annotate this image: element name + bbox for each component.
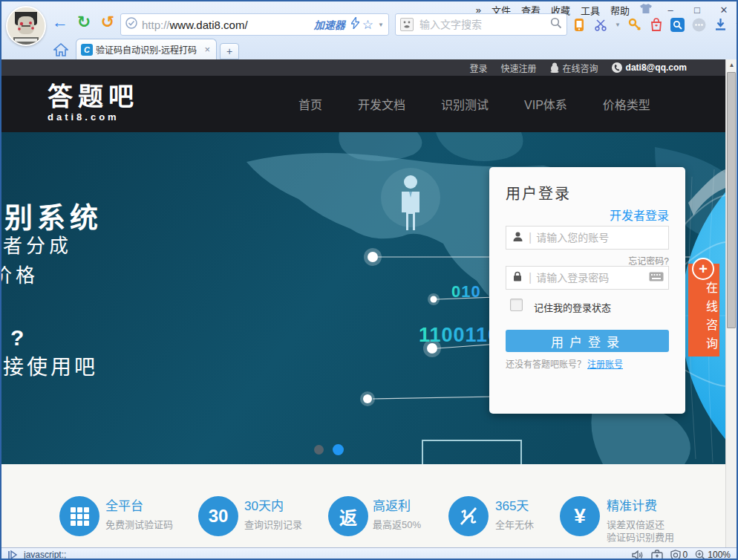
- screenshot-scissors-icon[interactable]: [593, 16, 608, 33]
- online-consult-label: 在线咨询: [688, 281, 719, 356]
- download-manager-icon[interactable]: [713, 16, 728, 33]
- favorites-star-icon[interactable]: ☆: [735, 16, 738, 33]
- feature-title: 365天: [495, 495, 534, 514]
- mobile-icon[interactable]: [572, 16, 587, 33]
- remember-checkbox[interactable]: [510, 299, 523, 311]
- script-status-icon: [7, 550, 18, 559]
- feature-30days: 30天内 查询识别记录: [244, 495, 302, 531]
- topbar-register-link[interactable]: 快速注册: [501, 62, 537, 74]
- url-host: www.dati8.com/: [170, 19, 248, 31]
- topbar-consult-link[interactable]: 在线咨询: [550, 62, 598, 74]
- search-box[interactable]: [395, 13, 567, 36]
- feature-allplatform: 全平台 免费测试验证码: [105, 495, 173, 531]
- site-safety-shield-icon[interactable]: [125, 17, 137, 32]
- browser-chrome: » 文件 查看 收藏 工具 帮助 – □ ✕ ← ↻ ↺ ▼ http://ww…: [1, 1, 737, 59]
- tab-active[interactable]: C 验证码自动识别-远程打码 ×: [76, 39, 217, 59]
- nav-item-home[interactable]: 首页: [298, 95, 322, 113]
- accelerator-link[interactable]: 加速器: [314, 17, 345, 32]
- toolbar-icons: ▼ ☆: [572, 13, 738, 36]
- feature-billing-icon: ¥: [560, 496, 600, 536]
- feature-rebate: 高返利 最高返50%: [373, 495, 421, 531]
- feature-subtitle: 查询识别记录: [244, 518, 302, 531]
- developer-login-link[interactable]: 开发者登录: [610, 206, 669, 224]
- site-logo[interactable]: 答题吧 dati8.com: [48, 83, 139, 123]
- feature-30days-icon: 30: [198, 496, 238, 536]
- hero-text-line-5: 接使用吧: [3, 351, 98, 380]
- refresh-button[interactable]: ↻: [74, 12, 94, 33]
- mute-button[interactable]: [632, 550, 644, 560]
- browser-window: » 文件 查看 收藏 工具 帮助 – □ ✕ ← ↻ ↺ ▼ http://ww…: [0, 0, 738, 560]
- hero-text-line-4: ?: [10, 325, 24, 351]
- nav-item-vip[interactable]: VIP体系: [524, 95, 567, 113]
- tab-close-icon[interactable]: ×: [203, 44, 212, 55]
- address-bar[interactable]: http://www.dati8.com/ 加速器 ☆ ▼: [120, 13, 389, 36]
- login-submit-button[interactable]: 用户登录: [506, 330, 669, 352]
- new-tab-button[interactable]: +: [220, 43, 239, 59]
- scrollbar-thumb[interactable]: [727, 72, 736, 328]
- grid-icon: [71, 507, 89, 526]
- yen-icon: ¥: [574, 504, 586, 528]
- feature-title: 全平台: [105, 495, 173, 514]
- feature-365days: 365天 全年无休: [495, 495, 534, 531]
- home-icon[interactable]: [50, 40, 71, 59]
- topbar-login-link[interactable]: 登录: [470, 62, 488, 74]
- shopping-bag-icon[interactable]: [649, 16, 664, 33]
- address-dropdown-icon[interactable]: ▼: [378, 22, 384, 28]
- hero-banner: 010 1100110 别系统 者分成 价格 ?: [1, 132, 725, 464]
- hero-text-line-3: 价格: [1, 260, 39, 287]
- login-panel: 用户登录 开发者登录 | 忘记密码? |: [489, 167, 685, 414]
- account-field[interactable]: |: [506, 226, 669, 250]
- avatar-image: [7, 7, 45, 45]
- zoom-level: 100%: [708, 550, 731, 560]
- password-input[interactable]: [532, 272, 649, 284]
- feature-allplatform-icon: [59, 496, 99, 536]
- repair-kit-button[interactable]: [651, 550, 663, 560]
- carousel-dot-1[interactable]: [314, 445, 324, 455]
- search-engine-icon[interactable]: [400, 18, 414, 31]
- binary-digits-long: 1100110: [419, 324, 500, 346]
- topbar-email-text: dati8@qq.com: [626, 62, 687, 73]
- forgot-password-link[interactable]: 忘记密码?: [628, 254, 669, 267]
- consult-plus-icon[interactable]: +: [692, 258, 714, 280]
- bookmark-star-icon[interactable]: ☆: [362, 17, 373, 33]
- topbar-consult-label: 在线咨询: [563, 62, 598, 74]
- feature-subtitle: 免费测试验证码: [105, 518, 173, 531]
- password-field[interactable]: |: [506, 266, 669, 290]
- search-input[interactable]: [418, 18, 550, 31]
- tab-favicon-icon: C: [81, 44, 93, 56]
- carousel-dot-2-active[interactable]: [333, 444, 344, 455]
- site-topbar: 登录 快速注册 在线咨询 dati8@qq.com: [1, 59, 725, 76]
- search-magnifier-icon[interactable]: [550, 17, 562, 32]
- nav-item-test[interactable]: 识别测试: [441, 95, 489, 113]
- no-account-text: 还没有答题吧账号？: [506, 359, 586, 370]
- user-avatar[interactable]: [6, 6, 46, 46]
- binary-digits-short: 010: [451, 282, 481, 301]
- ad-blocker-indicator[interactable]: 0: [670, 550, 688, 560]
- quick-search-icon[interactable]: [670, 16, 685, 33]
- feature-billing: 精准计费 误差双倍返还验证码识别费用: [607, 495, 674, 544]
- nav-item-pricing[interactable]: 价格类型: [603, 95, 650, 113]
- zoom-control[interactable]: 100%: [695, 550, 731, 560]
- tab-bar: C 验证码自动识别-远程打码 × +: [50, 37, 239, 59]
- scroll-up-arrow[interactable]: ▲: [726, 59, 737, 71]
- nav-item-docs[interactable]: 开发文档: [358, 95, 405, 113]
- ad-block-count: 0: [683, 550, 688, 560]
- password-key-icon[interactable]: [627, 16, 642, 33]
- undo-close-button[interactable]: ↺: [98, 12, 117, 33]
- lightning-icon[interactable]: [351, 17, 359, 32]
- register-account-link[interactable]: 注册账号: [587, 359, 623, 370]
- page-scrollbar[interactable]: ▲: [725, 59, 737, 547]
- account-input[interactable]: [532, 232, 668, 244]
- back-button[interactable]: ←: [50, 12, 70, 33]
- number-30-icon: 30: [209, 506, 229, 527]
- hero-text-line-1: 别系统: [4, 195, 102, 235]
- soft-keyboard-icon[interactable]: [649, 271, 664, 284]
- lock-icon: [506, 271, 529, 284]
- fan-char-icon: 返: [339, 504, 357, 530]
- feature-subtitle: 最高返50%: [373, 518, 421, 531]
- more-extensions-icon[interactable]: [692, 16, 707, 33]
- url-text[interactable]: http://www.dati8.com/: [142, 19, 314, 31]
- topbar-email[interactable]: dati8@qq.com: [612, 62, 687, 73]
- features-bar: 全平台 免费测试验证码 30 30天内 查询识别记录 返 高返利 最高返50%: [1, 464, 725, 547]
- scissors-dropdown-icon[interactable]: ▼: [615, 22, 621, 28]
